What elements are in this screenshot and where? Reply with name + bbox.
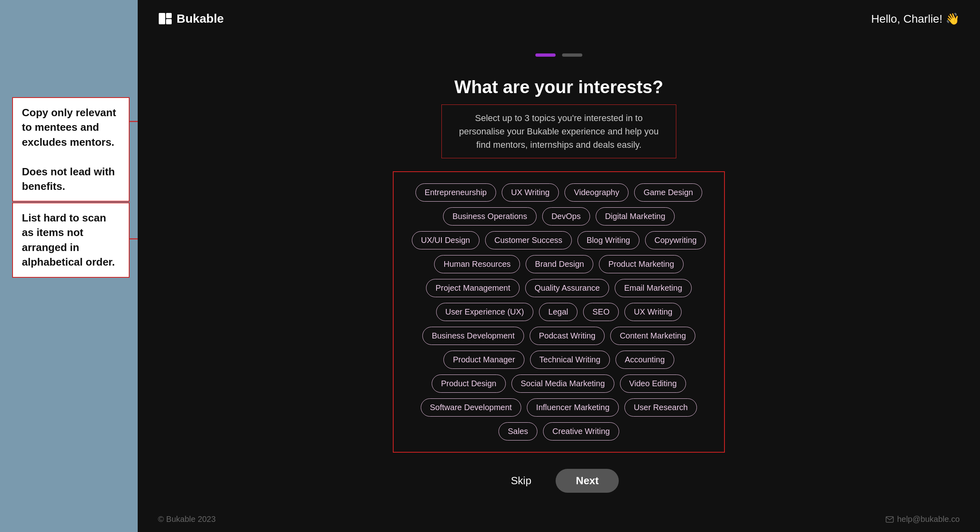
tag-item[interactable]: Customer Success [485,231,572,249]
bottom-actions: Skip Next [499,469,619,493]
main-panel: Bukable Hello, Charlie! 👋 What are your … [138,0,980,532]
svg-rect-4 [159,13,165,24]
tag-item[interactable]: Sales [499,422,537,440]
copyright-text: © Bukable 2023 [158,515,216,524]
tag-item[interactable]: Product Design [432,375,506,393]
next-button[interactable]: Next [556,469,619,493]
tag-item[interactable]: Software Development [421,398,521,417]
tag-item[interactable]: Creative Writing [543,422,619,440]
tag-item[interactable]: Business Operations [443,207,537,226]
progress-step-2 [562,53,582,57]
tag-item[interactable]: Accounting [616,351,674,369]
tag-item[interactable]: SEO [583,303,619,321]
tag-item[interactable]: Content Marketing [610,327,695,345]
footer-email: help@bukable.co [886,515,960,524]
footer: © Bukable 2023 help@bukable.co [138,506,980,532]
annotation-text-2: List hard to scan as items not arranged … [22,212,115,268]
annotation-box-2: List hard to scan as items not arranged … [12,202,130,278]
tag-item[interactable]: Email Marketing [615,279,691,297]
tag-item[interactable]: Entrepreneurship [415,183,496,202]
svg-rect-6 [166,19,172,24]
tag-item[interactable]: UX/UI Design [412,231,479,249]
tag-item[interactable]: Project Management [426,279,520,297]
tag-item[interactable]: Business Development [422,327,524,345]
tag-item[interactable]: Legal [539,303,577,321]
logo-area: Bukable [158,11,224,26]
subtitle-text: Select up to 3 topics you're interested … [452,111,666,151]
tag-item[interactable]: Video Editing [620,375,686,393]
tags-container: EntrepreneurshipUX WritingVideographyGam… [393,171,725,453]
greeting-text: Hello, Charlie! 👋 [871,12,960,26]
logo-text: Bukable [177,12,224,26]
tag-item[interactable]: Product Manager [443,351,524,369]
tag-item[interactable]: Brand Design [526,255,593,273]
progress-indicator [138,53,980,57]
tag-item[interactable]: DevOps [542,207,590,226]
tag-item[interactable]: User Experience (UX) [436,303,534,321]
tag-item[interactable]: Game Design [634,183,702,202]
tag-item[interactable]: Human Resources [434,255,520,273]
page-title: What are your interests? [454,77,663,97]
bukable-logo-icon [158,11,173,26]
email-icon [886,515,894,523]
svg-rect-7 [886,517,893,522]
tag-item[interactable]: UX Writing [502,183,559,202]
tag-item[interactable]: Product Marketing [599,255,683,273]
tag-item[interactable]: Blog Writing [577,231,639,249]
skip-button[interactable]: Skip [499,469,544,493]
tag-item[interactable]: UX Writing [624,303,682,321]
progress-step-1 [535,53,556,57]
tag-item[interactable]: Podcast Writing [530,327,605,345]
tag-item[interactable]: Technical Writing [530,351,610,369]
tag-item[interactable]: Digital Marketing [596,207,675,226]
annotation-box-1: Copy only relevant to mentees and exclud… [12,97,130,202]
tag-item[interactable]: Influencer Marketing [527,398,619,417]
svg-rect-5 [166,13,172,18]
tag-item[interactable]: User Research [624,398,697,417]
content-area: What are your interests? Select up to 3 … [138,57,980,506]
email-text: help@bukable.co [897,515,960,524]
tag-item[interactable]: Social Media Marketing [511,375,614,393]
tag-item[interactable]: Videography [565,183,628,202]
annotation-text-1: Copy only relevant to mentees and exclud… [22,106,116,192]
tag-item[interactable]: Quality Assurance [525,279,609,297]
subtitle-box: Select up to 3 topics you're interested … [441,104,676,158]
header: Bukable Hello, Charlie! 👋 [138,0,980,37]
tag-item[interactable]: Copywriting [645,231,706,249]
